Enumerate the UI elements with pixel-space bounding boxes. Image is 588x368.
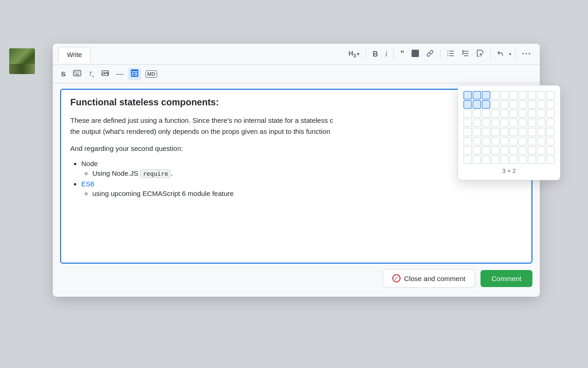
grid-cell[interactable] [546,128,554,136]
grid-cell[interactable] [546,155,554,164]
grid-cell[interactable] [546,109,554,118]
grid-cell[interactable] [537,109,545,118]
grid-cell[interactable] [537,128,545,136]
grid-cell[interactable] [464,109,472,118]
grid-cell[interactable] [519,100,527,109]
grid-cell[interactable] [509,128,518,136]
grid-cell[interactable] [500,137,509,145]
grid-cell[interactable] [537,137,545,145]
grid-cell[interactable] [509,146,518,155]
bold-button[interactable]: B [370,48,381,60]
italic-button[interactable]: i [383,48,390,60]
grid-cell[interactable] [528,146,536,155]
grid-cell[interactable] [482,100,490,109]
grid-cell[interactable] [509,109,518,118]
link-button[interactable] [424,48,436,60]
grid-cell[interactable] [537,119,545,127]
grid-cell[interactable] [519,137,527,145]
grid-cell[interactable] [464,137,472,145]
grid-cell[interactable] [482,91,490,99]
grid-cell[interactable] [500,91,509,99]
grid-cell[interactable] [464,146,472,155]
image-button[interactable] [99,68,112,80]
grid-cell[interactable] [537,146,545,155]
grid-cell[interactable] [491,109,499,118]
grid-cell[interactable] [519,119,527,127]
grid-cell[interactable] [528,91,536,99]
grid-cell[interactable] [537,100,545,109]
keyboard-button[interactable] [70,68,84,80]
grid-cell[interactable] [473,137,481,145]
grid-cell[interactable] [519,155,527,164]
grid-cell[interactable] [537,155,545,164]
code-button[interactable] [409,48,422,60]
grid-cell[interactable] [500,146,509,155]
grid-cell[interactable] [482,109,490,118]
grid-cell[interactable] [509,155,518,164]
grid-cell[interactable] [482,155,490,164]
grid-cell[interactable] [491,137,499,145]
grid-cell[interactable] [537,91,545,99]
grid-cell[interactable] [473,91,481,99]
grid-cell[interactable] [491,91,499,99]
comment-button[interactable]: Comment [481,270,532,287]
grid-cell[interactable] [473,146,481,155]
tasklist-button[interactable] [474,48,486,60]
grid-cell[interactable] [509,100,518,109]
grid-cell[interactable] [482,137,490,145]
grid-cell[interactable] [464,119,472,127]
table-button[interactable] [128,68,141,80]
grid-cell[interactable] [491,100,499,109]
grid-cell[interactable] [473,109,481,118]
grid-cell[interactable] [464,100,472,109]
quote-button[interactable]: " [397,47,407,61]
grid-cell[interactable] [519,91,527,99]
grid-cell[interactable] [546,91,554,99]
grid-cell[interactable] [491,146,499,155]
close-and-comment-button[interactable]: ✓ Close and comment [383,269,475,288]
clear-format-button[interactable]: Tx [86,68,97,80]
grid-cell[interactable] [464,155,472,164]
grid-cell[interactable] [519,146,527,155]
grid-cell[interactable] [482,146,490,155]
grid-cell[interactable] [464,91,472,99]
grid-cell[interactable] [528,100,536,109]
strikethrough-button[interactable]: S [58,68,68,80]
grid-cell[interactable] [491,119,499,127]
grid-cell[interactable] [500,128,509,136]
grid-cell[interactable] [509,137,518,145]
grid-cell[interactable] [500,100,509,109]
grid-cell[interactable] [473,155,481,164]
grid-cell[interactable] [473,119,481,127]
heading-button[interactable]: H3 ▾ [346,48,362,60]
tab-write[interactable]: Write [58,47,90,63]
grid-cell[interactable] [546,137,554,145]
grid-cell[interactable] [509,91,518,99]
markdown-button[interactable]: MD [143,69,160,80]
grid-cell[interactable] [491,155,499,164]
grid-cell[interactable] [500,119,509,127]
grid-cell[interactable] [509,119,518,127]
grid-cell[interactable] [546,100,554,109]
grid-cell[interactable] [482,128,490,136]
grid-cell[interactable] [528,109,536,118]
grid-cell[interactable] [528,119,536,127]
grid-cell[interactable] [519,109,527,118]
es6-link[interactable]: ES6 [81,180,94,188]
grid-cell[interactable] [546,119,554,127]
grid-cell[interactable] [528,137,536,145]
grid-cell[interactable] [464,128,472,136]
grid-cell[interactable] [528,128,536,136]
divider-button[interactable]: — [113,68,126,80]
grid-cell[interactable] [500,155,509,164]
unordered-list-button[interactable] [444,48,457,60]
grid-cell[interactable] [473,128,481,136]
grid-cell[interactable] [519,128,527,136]
undo-button[interactable] [494,48,507,60]
grid-cell[interactable] [546,146,554,155]
grid-cell[interactable] [482,119,490,127]
more-button[interactable]: ··· [519,47,534,61]
grid-cell[interactable] [491,128,499,136]
grid-cell[interactable] [528,155,536,164]
grid-cell[interactable] [473,100,481,109]
